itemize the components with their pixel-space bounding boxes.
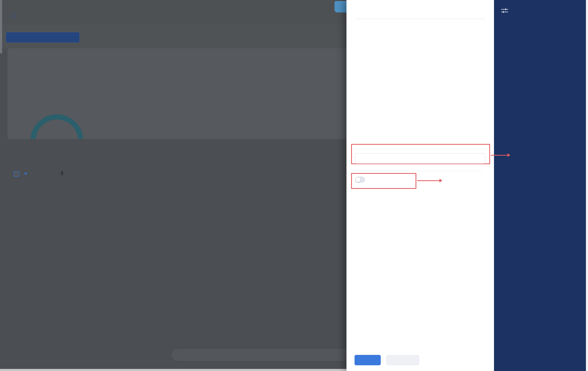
apply-button[interactable] <box>355 355 381 365</box>
table-header <box>0 168 346 181</box>
pagination <box>172 349 346 361</box>
annotation-minimum-savings <box>509 148 584 156</box>
charts-card <box>8 48 346 139</box>
sliders-icon <box>501 8 508 14</box>
arrow-right-icon <box>491 155 508 156</box>
chevron-down-icon[interactable] <box>24 173 28 175</box>
clear-all-button[interactable] <box>386 355 419 365</box>
window-edge <box>586 0 588 371</box>
filter-name-underline <box>355 19 485 19</box>
savings-donut-chart <box>30 114 83 139</box>
header-strip <box>0 0 346 26</box>
main-content: i <box>0 0 346 371</box>
new-autostopping-rule-button[interactable] <box>6 32 79 43</box>
hide-disabled-toggle[interactable] <box>355 177 365 183</box>
arrow-right-icon <box>417 180 440 181</box>
sort-icon[interactable] <box>61 171 64 175</box>
divider <box>351 171 482 171</box>
nav-edge <box>0 0 2 53</box>
minimum-savings-input[interactable] <box>355 153 485 164</box>
info-icon[interactable]: i <box>11 13 16 18</box>
select-all-checkbox[interactable] <box>14 171 19 177</box>
close-icon[interactable] <box>335 1 346 12</box>
filter-drawer <box>346 0 494 371</box>
filter-sidebar <box>494 0 586 371</box>
bottom-edge <box>0 369 346 371</box>
annotation-hide-disabled <box>442 174 495 181</box>
